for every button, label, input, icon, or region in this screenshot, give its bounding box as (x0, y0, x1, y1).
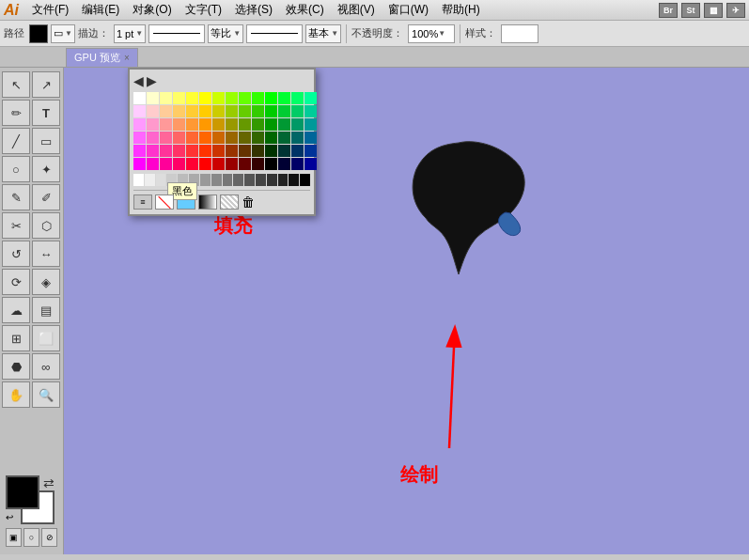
color-cell[interactable] (226, 132, 238, 144)
menu-effect[interactable]: 效果(C) (280, 1, 330, 19)
menu-object[interactable]: 对象(O) (127, 1, 177, 19)
color-cell[interactable] (239, 145, 251, 157)
equal-dropdown[interactable]: 等比 ▼ (208, 24, 243, 43)
fg-color-box[interactable] (6, 475, 39, 509)
style-preview-box[interactable] (501, 24, 538, 43)
cp-gradient-btn[interactable] (198, 194, 217, 210)
color-cell[interactable] (278, 118, 290, 131)
color-cell[interactable] (265, 132, 277, 144)
stroke-mode-btn[interactable]: ○ (23, 528, 39, 547)
menu-help[interactable]: 帮助(H) (436, 1, 486, 19)
color-cell[interactable] (186, 105, 198, 117)
color-cell[interactable] (133, 132, 146, 144)
color-cell[interactable] (133, 118, 146, 131)
bridge-icon[interactable]: Br (659, 3, 678, 18)
color-cell[interactable] (186, 92, 198, 104)
cp-pattern-btn[interactable] (220, 194, 239, 210)
color-cell[interactable] (160, 105, 172, 117)
color-cell[interactable] (304, 92, 317, 104)
gray-cell[interactable] (223, 174, 233, 186)
cp-scroll-up[interactable]: ◀ (133, 73, 144, 88)
color-cell[interactable] (133, 105, 146, 117)
color-cell[interactable] (173, 105, 185, 117)
color-cell[interactable] (304, 145, 317, 157)
color-cell[interactable] (226, 105, 238, 117)
color-cell[interactable] (304, 132, 317, 144)
color-cell[interactable] (199, 105, 211, 117)
eyedropper-tool[interactable]: ⬣ (2, 353, 30, 380)
rect-tool[interactable]: ▭ (32, 128, 60, 154)
pen-tool[interactable]: ✏ (2, 100, 30, 126)
color-cell[interactable] (199, 92, 211, 104)
scale-tool[interactable]: ↔ (32, 241, 60, 267)
opacity-value[interactable]: 100% ▼ (408, 24, 455, 43)
color-picker-popup[interactable]: ◀ ▶ 黑色 ≡ 🗑 (128, 68, 316, 216)
gray-cell[interactable] (300, 174, 310, 186)
color-cell[interactable] (147, 158, 159, 170)
color-cell[interactable] (160, 118, 172, 131)
menu-view[interactable]: 视图(V) (332, 1, 381, 19)
pencil-tool[interactable]: ✐ (32, 184, 60, 210)
gray-cell[interactable] (145, 174, 155, 186)
color-cell[interactable] (186, 132, 198, 144)
gray-cell[interactable] (156, 174, 166, 186)
color-cell[interactable] (173, 92, 185, 104)
color-cell[interactable] (212, 132, 225, 144)
color-cell[interactable] (147, 105, 159, 117)
text-tool[interactable]: T (32, 100, 60, 126)
color-cell[interactable] (160, 158, 172, 170)
color-cell[interactable] (278, 132, 290, 144)
color-cell[interactable] (252, 145, 264, 157)
color-cell[interactable] (212, 105, 225, 117)
color-cell[interactable] (160, 92, 172, 104)
menu-text[interactable]: 文字(T) (179, 1, 227, 19)
stroke-value-dropdown[interactable]: 1 pt ▼ (114, 24, 146, 43)
menu-window[interactable]: 窗口(W) (382, 1, 434, 19)
color-cell[interactable] (212, 92, 225, 104)
color-cell[interactable] (186, 145, 198, 157)
direct-select-tool[interactable]: ↗ (32, 71, 60, 98)
color-cell[interactable] (291, 105, 304, 117)
color-cell[interactable] (252, 132, 264, 144)
menu-select[interactable]: 选择(S) (229, 1, 278, 19)
color-cell[interactable] (239, 132, 251, 144)
color-cell[interactable] (212, 118, 225, 131)
color-cell[interactable] (291, 132, 304, 144)
basic-dropdown[interactable]: 基本 ▼ (305, 24, 341, 43)
line-style-preview-2[interactable] (246, 24, 303, 43)
color-cell[interactable] (265, 145, 277, 157)
tab-gpu-preview[interactable]: GPU 预览 × (66, 48, 138, 67)
rotate-tool[interactable]: ↺ (2, 241, 30, 267)
cp-delete-icon[interactable]: 🗑 (242, 194, 255, 210)
scissors-tool[interactable]: ✂ (2, 212, 30, 239)
color-cell[interactable] (173, 158, 185, 170)
color-cell[interactable] (304, 105, 317, 117)
gray-cell[interactable] (256, 174, 266, 186)
gray-cell[interactable] (244, 174, 255, 186)
color-cell[interactable] (212, 158, 225, 170)
color-cell[interactable] (173, 132, 185, 144)
gray-cell[interactable] (200, 174, 211, 186)
color-cell[interactable] (212, 145, 225, 157)
grid-icon[interactable]: ▦ (704, 3, 723, 18)
cp-scroll-down[interactable]: ▶ (147, 73, 157, 88)
color-cell[interactable] (252, 158, 264, 170)
color-cell[interactable] (199, 145, 211, 157)
color-cell[interactable] (278, 145, 290, 157)
ellipse-tool[interactable]: ○ (2, 156, 30, 182)
color-cell[interactable] (147, 92, 159, 104)
color-cell[interactable] (186, 158, 198, 170)
gray-cell[interactable] (133, 174, 144, 186)
color-cell[interactable] (199, 158, 211, 170)
stroke-weight-dropdown[interactable]: ▭ ▼ (51, 24, 75, 43)
color-cell[interactable] (186, 118, 198, 131)
canvas-area[interactable]: ◀ ▶ 黑色 ≡ 🗑 (64, 68, 749, 554)
none-mode-btn[interactable]: ⊘ (41, 528, 57, 547)
tab-close-btn[interactable]: × (124, 53, 130, 63)
zoom-tool[interactable]: 🔍 (32, 381, 60, 408)
color-cell[interactable] (252, 92, 264, 104)
color-cell[interactable] (226, 92, 238, 104)
color-cell[interactable] (278, 92, 290, 104)
gray-cell[interactable] (233, 174, 243, 186)
color-cell[interactable] (226, 158, 238, 170)
